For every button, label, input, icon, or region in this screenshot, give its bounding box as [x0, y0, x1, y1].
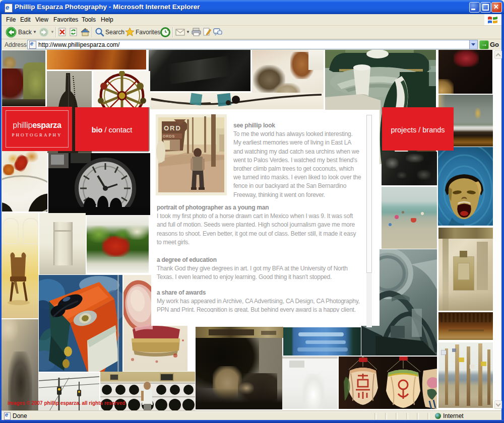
- svg-text:ORDS: ORDS: [163, 134, 175, 138]
- svg-text:ORD: ORD: [164, 124, 181, 132]
